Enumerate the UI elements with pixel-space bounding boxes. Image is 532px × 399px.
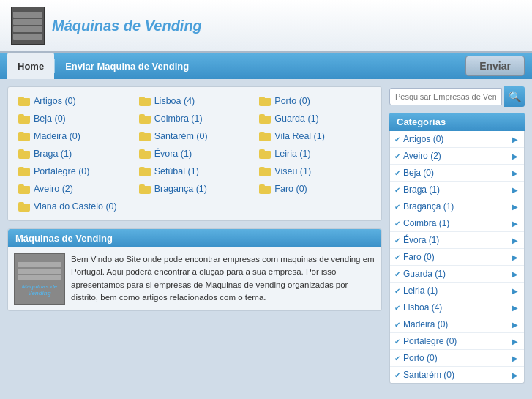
sidebar-categories-title: Categorias [389, 113, 525, 131]
arrow-right-icon: ▶ [512, 152, 518, 160]
sidebar-item-label: Coimbra (1) [403, 218, 449, 228]
category-grid: Artigos (0)Lisboa (4)Porto (0)Beja (0)Co… [7, 86, 382, 221]
arrow-right-icon: ▶ [512, 304, 518, 312]
nav-enviar-maquina[interactable]: Enviar Maquina de Vending [55, 53, 199, 79]
sidebar: 🔍 Categorias ✔ Artigos (0) ▶ ✔ Aveiro (2… [389, 86, 525, 384]
category-item[interactable]: Viana do Castelo (0) [15, 200, 133, 213]
sidebar-list-item[interactable]: ✔ Beja (0) ▶ [390, 165, 524, 182]
category-item[interactable]: Coimbra (1) [136, 112, 254, 125]
sidebar-list-item[interactable]: ✔ Évora (1) ▶ [390, 232, 524, 249]
folder-icon [139, 132, 151, 141]
sidebar-item-left: ✔ Faro (0) [394, 252, 435, 262]
sidebar-list-item[interactable]: ✔ Faro (0) ▶ [390, 249, 524, 266]
info-box-body: Máquinas de Vending Bem Vindo ao Site on… [8, 247, 381, 310]
sidebar-categories: Categorias ✔ Artigos (0) ▶ ✔ Aveiro (2) … [389, 113, 525, 384]
arrow-right-icon: ▶ [512, 338, 518, 346]
search-button[interactable]: 🔍 [504, 86, 525, 107]
nav-home[interactable]: Home [7, 53, 54, 79]
check-icon: ✔ [394, 270, 400, 278]
folder-icon [139, 167, 151, 176]
sidebar-item-left: ✔ Leiria (1) [394, 286, 438, 296]
main-content: Artigos (0)Lisboa (4)Porto (0)Beja (0)Co… [7, 86, 382, 384]
sidebar-list-item[interactable]: ✔ Porto (0) ▶ [390, 350, 524, 367]
category-item[interactable]: Beja (0) [15, 112, 133, 125]
arrow-right-icon: ▶ [512, 287, 518, 295]
sidebar-item-left: ✔ Évora (1) [394, 235, 439, 245]
arrow-right-icon: ▶ [512, 236, 518, 245]
folder-icon [18, 97, 30, 106]
sidebar-list-item[interactable]: ✔ Braga (1) ▶ [390, 182, 524, 198]
folder-icon [259, 97, 271, 106]
category-item[interactable]: Lisboa (4) [136, 94, 254, 108]
arrow-right-icon: ▶ [512, 169, 518, 177]
arrow-right-icon: ▶ [512, 371, 518, 379]
category-item[interactable]: Portalegre (0) [15, 165, 133, 178]
check-icon: ✔ [394, 338, 400, 346]
info-box: Máquinas de Vending Máquinas de Vending … [7, 228, 382, 311]
sidebar-item-label: Beja (0) [403, 168, 434, 178]
category-item[interactable]: Vila Real (1) [256, 130, 374, 143]
folder-icon [139, 97, 151, 106]
enviar-button[interactable]: Enviar [465, 56, 525, 76]
sidebar-item-left: ✔ Beja (0) [394, 168, 434, 178]
folder-icon [259, 167, 271, 176]
sidebar-item-left: ✔ Artigos (0) [394, 134, 443, 144]
sidebar-item-label: Santarém (0) [403, 370, 454, 380]
sidebar-item-label: Leiria (1) [403, 286, 438, 296]
category-item[interactable]: Évora (1) [136, 147, 254, 160]
folder-icon [18, 184, 30, 194]
folder-icon [259, 132, 271, 141]
category-item[interactable]: Leiria (1) [256, 147, 374, 160]
check-icon: ✔ [394, 220, 400, 228]
sidebar-list-item[interactable]: ✔ Coimbra (1) ▶ [390, 215, 524, 232]
category-item[interactable]: Faro (0) [256, 182, 374, 195]
sidebar-list-item[interactable]: ✔ Madeira (0) ▶ [390, 316, 524, 333]
category-item[interactable]: Porto (0) [256, 94, 374, 108]
info-logo: Máquinas de Vending [14, 253, 65, 305]
search-icon: 🔍 [509, 91, 521, 102]
sidebar-list-item[interactable]: ✔ Artigos (0) ▶ [390, 131, 524, 148]
sidebar-item-label: Guarda (1) [403, 269, 446, 279]
sidebar-item-label: Lisboa (4) [403, 302, 442, 313]
sidebar-list-item[interactable]: ✔ Lisboa (4) ▶ [390, 299, 524, 316]
arrow-right-icon: ▶ [512, 135, 518, 143]
sidebar-list-item[interactable]: ✔ Portalegre (0) ▶ [390, 333, 524, 350]
category-item[interactable]: Viseu (1) [256, 165, 374, 178]
search-bar: 🔍 [389, 86, 525, 107]
arrow-right-icon: ▶ [512, 186, 518, 194]
sidebar-item-left: ✔ Guarda (1) [394, 269, 446, 279]
folder-icon [139, 184, 151, 194]
search-input[interactable] [389, 88, 502, 105]
folder-icon [259, 149, 271, 159]
sidebar-list: ✔ Artigos (0) ▶ ✔ Aveiro (2) ▶ ✔ Beja (0… [389, 131, 525, 384]
folder-icon [18, 149, 30, 159]
sidebar-item-label: Porto (0) [403, 353, 438, 363]
category-item[interactable]: Guarda (1) [256, 112, 374, 125]
check-icon: ✔ [394, 152, 400, 160]
sidebar-item-left: ✔ Coimbra (1) [394, 218, 449, 228]
sidebar-list-item[interactable]: ✔ Leiria (1) ▶ [390, 283, 524, 299]
check-icon: ✔ [394, 203, 400, 211]
sidebar-list-item[interactable]: ✔ Aveiro (2) ▶ [390, 148, 524, 165]
sidebar-item-label: Madeira (0) [403, 319, 448, 329]
category-item[interactable]: Bragança (1) [136, 182, 254, 195]
info-box-title: Máquinas de Vending [8, 229, 381, 247]
check-icon: ✔ [394, 236, 400, 245]
check-icon: ✔ [394, 304, 400, 312]
arrow-right-icon: ▶ [512, 354, 518, 362]
category-item[interactable]: Madeira (0) [15, 130, 133, 143]
sidebar-list-item[interactable]: ✔ Santarém (0) ▶ [390, 367, 524, 383]
category-item[interactable]: Aveiro (2) [15, 182, 133, 195]
sidebar-item-left: ✔ Bragança (1) [394, 201, 454, 212]
folder-icon [18, 202, 30, 212]
sidebar-list-item[interactable]: ✔ Bragança (1) ▶ [390, 198, 524, 215]
category-item[interactable]: Braga (1) [15, 147, 133, 160]
category-item[interactable]: Santarém (0) [136, 130, 254, 143]
check-icon: ✔ [394, 253, 400, 261]
category-item[interactable]: Setúbal (1) [136, 165, 254, 178]
sidebar-item-left: ✔ Santarém (0) [394, 370, 454, 380]
category-item[interactable]: Artigos (0) [15, 94, 133, 108]
header: Máquinas de Vending [0, 0, 532, 53]
sidebar-list-item[interactable]: ✔ Guarda (1) ▶ [390, 266, 524, 283]
check-icon: ✔ [394, 371, 400, 379]
